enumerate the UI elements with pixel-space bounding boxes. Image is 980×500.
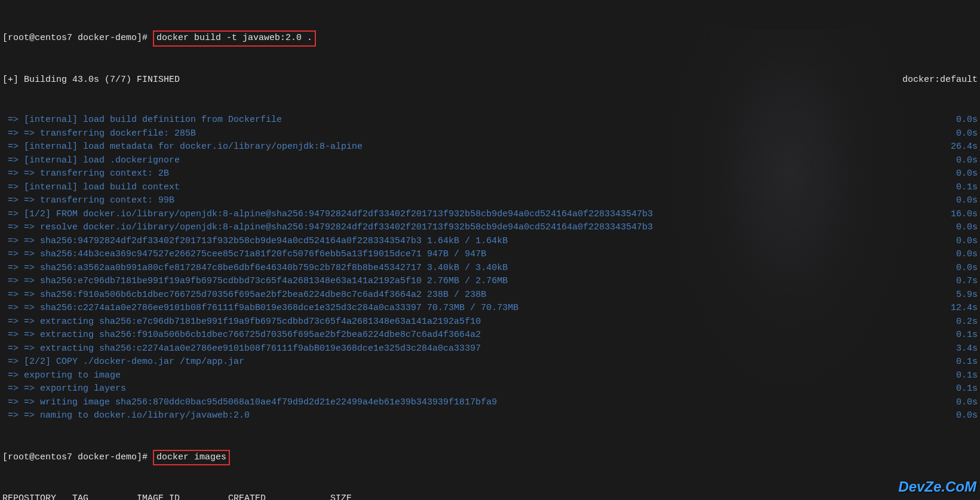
build-steps: => [internal] load build definition from… (2, 114, 978, 423)
terminal-output[interactable]: [root@centos7 docker-demo]# docker build… (0, 0, 980, 500)
step-time: 0.0s (956, 167, 978, 181)
step-time: 0.0s (956, 114, 978, 127)
step-text: => [2/2] COPY ./docker-demo.jar /tmp/app… (2, 355, 244, 369)
shell-prompt: [root@centos7 docker-demo]# (2, 452, 153, 462)
step-time: 0.0s (956, 127, 978, 141)
step-time: 0.0s (956, 221, 978, 235)
build-step-line: => => resolve docker.io/library/openjdk:… (2, 221, 978, 235)
build-step-line: => => transferring context: 2B0.0s (2, 167, 978, 181)
step-time: 0.0s (956, 396, 978, 410)
prompt-line-build: [root@centos7 docker-demo]# docker build… (2, 30, 978, 47)
step-text: => => extracting sha256:c2274a1a0e2786ee… (2, 342, 481, 356)
step-text: => => writing image sha256:870ddc0bac95d… (2, 396, 497, 410)
build-step-line: => => extracting sha256:e7c96db7181be991… (2, 315, 978, 329)
build-step-line: => => sha256:f910a506b6cb1dbec766725d703… (2, 289, 978, 302)
watermark-logo: DevZe.CoM (898, 476, 976, 498)
build-step-line: => => transferring context: 99B0.0s (2, 194, 978, 208)
shell-prompt: [root@centos7 docker-demo]# (2, 33, 153, 43)
step-time: 0.7s (956, 275, 978, 289)
step-time: 12.4s (951, 302, 978, 315)
step-time: 0.1s (956, 329, 978, 342)
step-text: => [internal] load build definition from… (2, 114, 282, 127)
build-step-line: => [internal] load build context0.1s (2, 181, 978, 195)
prompt-line-images: [root@centos7 docker-demo]# docker image… (2, 450, 978, 466)
build-step-line: => [internal] load build definition from… (2, 114, 978, 127)
images-table: REPOSITORY TAG IMAGE ID CREATED SIZEjava… (2, 492, 978, 500)
build-step-line: => => sha256:a3562aa0b991a80cfe8172847c8… (2, 262, 978, 275)
build-step-line: => => sha256:94792824df2df33402f201713f9… (2, 235, 978, 249)
step-text: => => extracting sha256:e7c96db7181be991… (2, 315, 481, 329)
step-text: => => naming to docker.io/library/javawe… (2, 409, 250, 423)
step-time: 0.1s (956, 369, 978, 383)
build-step-line: => => sha256:e7c96db7181be991f19a9fb6975… (2, 275, 978, 289)
build-command: docker build -t javaweb:2.0 . (153, 30, 316, 47)
step-text: => [internal] load build context (2, 181, 180, 195)
step-text: => => transferring context: 2B (2, 167, 169, 181)
build-step-line: => [internal] load metadata for docker.i… (2, 140, 978, 154)
step-text: => => exporting layers (2, 382, 126, 396)
step-text: => exporting to image (2, 369, 121, 383)
build-step-line: => => writing image sha256:870ddc0bac95d… (2, 396, 978, 410)
step-time: 0.0s (956, 248, 978, 262)
step-time: 0.0s (956, 262, 978, 275)
step-time: 26.4s (951, 140, 978, 154)
build-step-line: => => sha256:44b3cea369c947527e266275cee… (2, 248, 978, 262)
build-step-line: => [2/2] COPY ./docker-demo.jar /tmp/app… (2, 355, 978, 369)
step-time: 0.0s (956, 409, 978, 423)
step-time: 0.0s (956, 194, 978, 208)
step-text: => => extracting sha256:f910a506b6cb1dbe… (2, 329, 481, 342)
build-header-line: [+] Building 43.0s (7/7) FINISHEDdocker:… (2, 73, 978, 87)
build-step-line: => => transferring dockerfile: 285B0.0s (2, 127, 978, 141)
step-text: => => sha256:e7c96db7181be991f19a9fb6975… (2, 275, 508, 289)
step-text: => => sha256:44b3cea369c947527e266275cee… (2, 248, 486, 262)
step-time: 0.1s (956, 181, 978, 195)
docker-backend: docker:default (902, 73, 978, 87)
step-time: 5.9s (956, 289, 978, 302)
build-step-line: => => extracting sha256:c2274a1a0e2786ee… (2, 342, 978, 356)
step-text: => => sha256:a3562aa0b991a80cfe8172847c8… (2, 262, 508, 275)
step-time: 0.2s (956, 315, 978, 329)
images-command: docker images (153, 450, 230, 466)
step-text: => [1/2] FROM docker.io/library/openjdk:… (2, 208, 653, 222)
build-step-line: => => exporting layers0.1s (2, 382, 978, 396)
images-header-row: REPOSITORY TAG IMAGE ID CREATED SIZE (2, 492, 978, 500)
build-step-line: => => sha256:c2274a1a0e2786ee9101b08f761… (2, 302, 978, 315)
build-status: [+] Building 43.0s (7/7) FINISHED (2, 73, 180, 87)
step-text: => [internal] load metadata for docker.i… (2, 140, 362, 154)
step-time: 0.0s (956, 154, 978, 168)
step-time: 0.1s (956, 382, 978, 396)
build-step-line: => exporting to image0.1s (2, 369, 978, 383)
step-text: => => resolve docker.io/library/openjdk:… (2, 221, 653, 235)
step-time: 16.0s (951, 208, 978, 222)
step-text: => => sha256:f910a506b6cb1dbec766725d703… (2, 289, 486, 302)
step-time: 0.0s (956, 235, 978, 249)
build-step-line: => => naming to docker.io/library/javawe… (2, 409, 978, 423)
step-text: => [internal] load .dockerignore (2, 154, 180, 168)
build-step-line: => [1/2] FROM docker.io/library/openjdk:… (2, 208, 978, 222)
step-text: => => sha256:94792824df2df33402f201713f9… (2, 235, 508, 249)
step-time: 0.1s (956, 355, 978, 369)
build-step-line: => => extracting sha256:f910a506b6cb1dbe… (2, 329, 978, 342)
step-text: => => transferring context: 99B (2, 194, 174, 208)
step-text: => => sha256:c2274a1a0e2786ee9101b08f761… (2, 302, 518, 315)
step-text: => => transferring dockerfile: 285B (2, 127, 196, 141)
step-time: 3.4s (956, 342, 978, 356)
build-step-line: => [internal] load .dockerignore0.0s (2, 154, 978, 168)
